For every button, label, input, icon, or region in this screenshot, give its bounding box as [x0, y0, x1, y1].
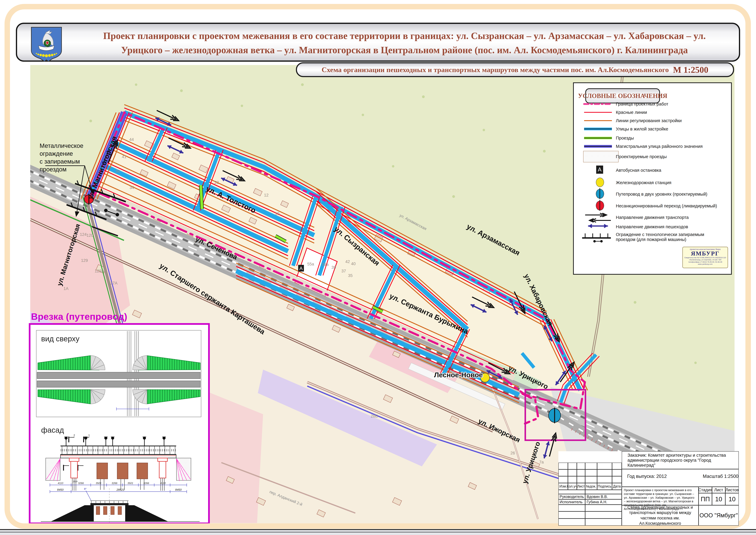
- yamburg-stamp: проектно-консалтинговое бюро ЯМБУРГ Свид…: [682, 247, 728, 268]
- sheet-title: Проект планировки с проектом межевания в…: [88, 28, 721, 58]
- legend-item-label: Направление движения транспорта: [616, 215, 731, 220]
- legend-item-label: Автобусная остановка: [616, 168, 731, 173]
- header: Проект планировки с проектом межевания в…: [16, 23, 740, 62]
- fence-legend-icon: [581, 231, 611, 244]
- transport-direction-icon: [582, 211, 612, 224]
- regulation-line-icon: [583, 118, 613, 123]
- legend-item-label: Красные линии: [616, 110, 731, 115]
- col-list: Лист: [577, 483, 585, 490]
- col-dok: №док.: [585, 483, 597, 490]
- legend-item-label: Путепровод в двух уровнях (проектируемый…: [616, 192, 731, 197]
- bus-stop-legend-icon: А: [596, 165, 603, 174]
- bottom-bar: [0, 529, 756, 535]
- name-2: Губина А.Н.: [585, 499, 622, 505]
- kaliningrad-coat-of-arms-icon: [30, 26, 63, 62]
- pedestrian-direction-icon: [584, 223, 615, 229]
- boundary-line-icon: [583, 101, 613, 107]
- sheets-header: Листов: [725, 487, 739, 493]
- col-data: Дата: [612, 483, 622, 490]
- legend-item-label: Улицы в жилой застройке: [616, 127, 731, 131]
- year-label: Год выпуска: 2012: [627, 474, 667, 479]
- sheet-value: 10: [712, 493, 725, 505]
- scheme-subtitle-text: Схема организации пешеходных и транспорт…: [322, 66, 669, 74]
- role-2: Исполнитель: [558, 499, 585, 505]
- project-description: Проект планировки с проектом межевания в…: [622, 487, 699, 505]
- legend-item-label: Железнодорожная станция: [616, 180, 731, 185]
- col-podpis: Подпись: [597, 483, 612, 490]
- legend-item-label: Направление движения пешеходов: [616, 224, 731, 229]
- stamp-name: ЯМБУРГ: [683, 250, 728, 257]
- fence-annotation: Металлическое ограждение с запираемым пр…: [40, 142, 118, 173]
- scheme-scale: М 1:2500: [673, 65, 708, 75]
- planned-drives-icon: [583, 151, 619, 162]
- drawing-sheet: А 4441 3634 2212 1055а 39а: [0, 0, 756, 535]
- col-izm: Изм.: [558, 483, 568, 490]
- residential-street-icon: [583, 126, 613, 132]
- legend-item-label: Несанкционированный переход (ликвидируем…: [616, 204, 731, 209]
- stamp-phone: телефон/факс (7 4012) 76-05-00, 53-46-49: [683, 261, 728, 263]
- sheet-header: Лист: [712, 487, 725, 493]
- inset-title: Врезка (путепровод): [31, 311, 127, 322]
- legend-item-label: Магистральная улица районного значения: [616, 144, 731, 149]
- name-1: Вдовин В.В.: [585, 494, 622, 499]
- sheets-value: 10: [725, 493, 739, 505]
- station-legend-icon: [596, 178, 604, 187]
- drive-icon: [583, 135, 613, 141]
- legend-title: УСЛОВНЫЕ ОБОЗНАЧЕНИЯ: [585, 88, 660, 103]
- legend-item-label: Граница проектных работ: [616, 101, 731, 107]
- scheme-title-cell: Схема организации пешеходных и транспорт…: [622, 505, 699, 526]
- legend-item-label: Линии регулирования застройки: [616, 118, 731, 123]
- customer-cell: Заказчик: Комитет архитектуры и строител…: [622, 451, 739, 469]
- stamp-addr: г.Калининград, ул.Сергеева, 14 каб. 420: [683, 259, 728, 261]
- legend: УСЛОВНЫЕ ОБОЗНАЧЕНИЯ Граница проектных р…: [573, 82, 732, 275]
- stamp-site: www.yamburg.com: [683, 263, 728, 265]
- role-1: Руководитель: [558, 494, 585, 499]
- stage-header: Стадия: [699, 487, 712, 493]
- company-cell: ООО "Ямбург": [699, 505, 739, 526]
- scheme-subtitle: Схема организации пешеходных и транспорт…: [296, 62, 734, 77]
- stage-value: ПП: [699, 493, 712, 505]
- col-koluch: Кол.уч.: [568, 483, 577, 490]
- legend-item-label: Проезды: [616, 136, 731, 141]
- arterial-street-icon: [583, 144, 613, 149]
- legend-item-label: Ограждение с технологически запираемым п…: [616, 232, 722, 242]
- title-block: Заказчик: Комитет архитектуры и строител…: [558, 451, 739, 526]
- stamp-cert: Свидетельство № П-008-3906112774-1602201…: [683, 257, 728, 259]
- red-line-icon: [583, 110, 613, 115]
- legend-item-label: Проектируемые проезды: [616, 154, 731, 159]
- scale-label: Масштаб 1:2500: [703, 474, 739, 479]
